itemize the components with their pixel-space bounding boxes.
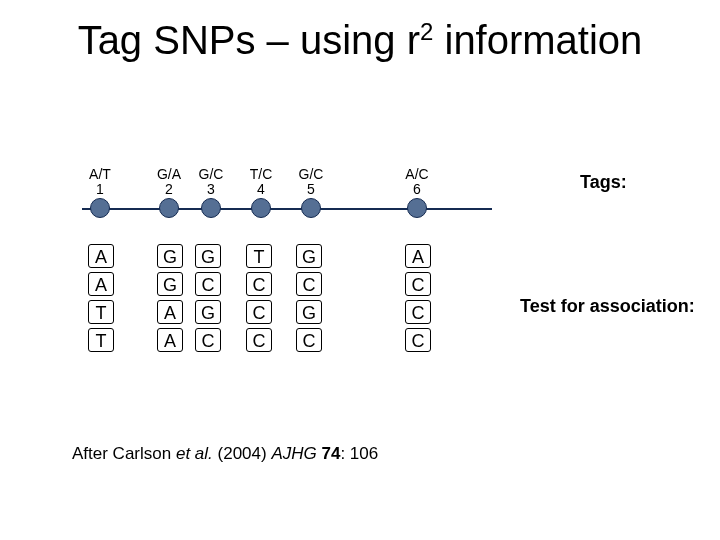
- snp-dot-5: [301, 198, 321, 218]
- snp-index: 3: [194, 182, 228, 197]
- snp-index: 1: [83, 182, 117, 197]
- haplotype-cell: C: [296, 272, 322, 296]
- snp-label-2: G/A2: [152, 167, 186, 198]
- haplotype-cell: C: [405, 328, 431, 352]
- haplotype-cell: A: [405, 244, 431, 268]
- snp-label-5: G/C5: [294, 167, 328, 198]
- citation-journal: AJHG: [271, 444, 321, 463]
- haplotype-cell: C: [246, 300, 272, 324]
- snp-allele: G/C: [199, 166, 224, 182]
- snp-index: 6: [400, 182, 434, 197]
- test-association-label: Test for association:: [520, 296, 695, 317]
- snp-allele: A/C: [405, 166, 428, 182]
- title-pre: Tag SNPs – using r: [78, 18, 420, 62]
- title-sup: 2: [420, 18, 433, 45]
- haplotype-cell: A: [88, 244, 114, 268]
- snp-dot-4: [251, 198, 271, 218]
- snp-allele: G/C: [299, 166, 324, 182]
- snp-allele: T/C: [250, 166, 273, 182]
- haplotype-cell: G: [296, 244, 322, 268]
- haplotype-cell: T: [246, 244, 272, 268]
- haplotype-cell: T: [88, 300, 114, 324]
- haplotype-cell: C: [195, 328, 221, 352]
- haplotype-cell: T: [88, 328, 114, 352]
- haplotype-cell: G: [157, 244, 183, 268]
- snp-index: 2: [152, 182, 186, 197]
- citation-etal: et al.: [176, 444, 213, 463]
- snp-index: 4: [244, 182, 278, 197]
- snp-dot-2: [159, 198, 179, 218]
- haplotype-cell: C: [296, 328, 322, 352]
- citation: After Carlson et al. (2004) AJHG 74: 106: [72, 444, 378, 464]
- tags-label: Tags:: [580, 172, 627, 193]
- snp-dot-3: [201, 198, 221, 218]
- slide-title: Tag SNPs – using r2 information: [0, 18, 720, 63]
- snp-dot-6: [407, 198, 427, 218]
- snp-axis-line-tail: [472, 208, 492, 210]
- haplotype-cell: C: [246, 272, 272, 296]
- haplotype-cell: A: [157, 300, 183, 324]
- slide: Tag SNPs – using r2 information A/T1 G/A…: [0, 0, 720, 540]
- haplotype-cell: G: [195, 300, 221, 324]
- snp-allele: G/A: [157, 166, 181, 182]
- citation-pre: After Carlson: [72, 444, 176, 463]
- haplotype-cell: A: [88, 272, 114, 296]
- snp-label-1: A/T1: [83, 167, 117, 198]
- haplotype-cell: C: [246, 328, 272, 352]
- snp-label-6: A/C6: [400, 167, 434, 198]
- citation-volume: 74: [321, 444, 340, 463]
- snp-index: 5: [294, 182, 328, 197]
- snp-label-4: T/C4: [244, 167, 278, 198]
- haplotype-cell: C: [405, 300, 431, 324]
- haplotype-cell: C: [195, 272, 221, 296]
- haplotype-cell: G: [157, 272, 183, 296]
- haplotype-cell: A: [157, 328, 183, 352]
- citation-post: : 106: [340, 444, 378, 463]
- snp-allele: A/T: [89, 166, 111, 182]
- citation-mid: (2004): [213, 444, 272, 463]
- snp-dot-1: [90, 198, 110, 218]
- haplotype-cell: G: [195, 244, 221, 268]
- title-post: information: [433, 18, 642, 62]
- haplotype-cell: C: [405, 272, 431, 296]
- haplotype-cell: G: [296, 300, 322, 324]
- snp-label-3: G/C3: [194, 167, 228, 198]
